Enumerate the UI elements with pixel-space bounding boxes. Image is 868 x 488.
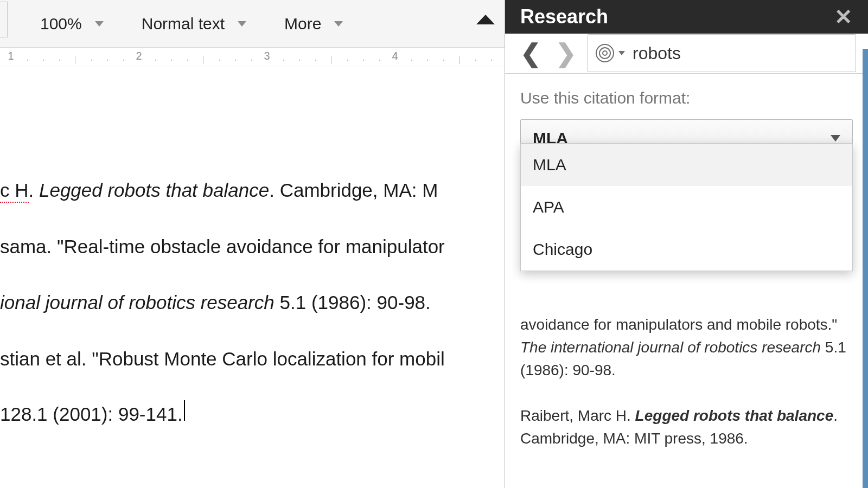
ruler-tick <box>299 60 300 61</box>
ruler-tick <box>203 56 203 64</box>
ruler-tick <box>27 60 28 61</box>
ruler-tick <box>251 60 252 61</box>
ruler-tick <box>443 60 444 61</box>
more-label: More <box>284 15 321 33</box>
citation-format-menu: MLAAPAChicago <box>520 143 853 271</box>
text-run: . Cambridge, MA: M <box>269 179 438 201</box>
ruler-tick <box>459 56 459 64</box>
ruler-tick <box>123 60 124 61</box>
text-run: stian et al. "Robust Monte Carlo localiz… <box>0 348 445 369</box>
ruler-tick <box>363 60 364 61</box>
forward-button[interactable]: ❯ <box>552 38 580 68</box>
citation-option-chicago[interactable]: Chicago <box>521 228 852 271</box>
doc-line[interactable]: stian et al. "Robust Monte Carlo localiz… <box>0 344 505 374</box>
ruler-tick <box>475 60 476 61</box>
ruler-tick <box>91 60 92 61</box>
search-query: robots <box>633 43 681 63</box>
text-run: Legged robots that balance <box>635 407 834 424</box>
paragraph-style-value: Normal text <box>142 15 225 33</box>
ruler-tick <box>219 60 220 61</box>
ruler-number: 1 <box>8 50 14 62</box>
ruler-tick <box>491 60 492 61</box>
formatting-toolbar: 100% Normal text More <box>0 0 505 48</box>
research-header: Research ✕ <box>505 0 868 34</box>
result-item[interactable]: avoidance for manipulators and mobile ro… <box>520 313 853 382</box>
ruler-tick <box>155 60 156 61</box>
zoom-value: 100% <box>40 15 82 33</box>
ruler-tick <box>235 60 236 61</box>
toolbar-edge-button[interactable] <box>0 2 8 37</box>
ruler-number: 2 <box>136 50 142 62</box>
text-run: Legged robots that balance <box>39 179 269 201</box>
ruler-tick <box>43 60 44 61</box>
chevron-down-icon <box>95 21 104 27</box>
ruler-tick <box>59 60 60 61</box>
ruler-tick <box>315 60 316 61</box>
research-search-input[interactable]: robots <box>588 34 856 72</box>
ruler-number: 4 <box>392 50 398 62</box>
paragraph-style-dropdown[interactable]: Normal text <box>142 15 246 33</box>
text-run: ional journal of robotics research <box>0 292 275 313</box>
ruler-tick <box>75 56 75 64</box>
ruler-tick <box>427 60 428 61</box>
citation-option-mla[interactable]: MLA <box>521 144 852 186</box>
citation-format-label: Use this citation format: <box>520 89 853 107</box>
close-icon[interactable]: ✕ <box>834 6 853 28</box>
home-icon[interactable] <box>476 16 495 32</box>
text-run: 5.1 (1986): 90-98. <box>275 292 431 313</box>
text-run: The international journal of robotics re… <box>520 339 821 356</box>
ruler-tick <box>411 60 412 61</box>
chevron-down-icon <box>238 21 246 27</box>
text-run: 128.1 (2001): 99-141. <box>0 403 183 425</box>
doc-line[interactable]: ional journal of robotics research 5.1 (… <box>0 288 505 317</box>
ruler-tick <box>331 56 331 64</box>
ruler-tick <box>171 60 172 61</box>
text-run: c H <box>0 179 29 203</box>
ruler-tick <box>107 60 108 61</box>
research-nav: ❮ ❯ robots <box>505 34 868 74</box>
text-cursor <box>184 400 185 421</box>
back-button[interactable]: ❮ <box>517 38 545 68</box>
scholar-icon <box>596 44 614 62</box>
ruler-tick <box>379 60 380 61</box>
search-type-dropdown-icon[interactable] <box>618 51 625 55</box>
result-item[interactable]: Raibert, Marc H. Legged robots that bala… <box>520 404 853 450</box>
text-run: . <box>29 179 39 201</box>
research-results: avoidance for manipulators and mobile ro… <box>505 298 868 488</box>
more-dropdown[interactable]: More <box>284 15 343 33</box>
text-run: sama. "Real-time obstacle avoidance for … <box>0 236 445 257</box>
doc-line[interactable]: sama. "Real-time obstacle avoidance for … <box>0 232 505 261</box>
chevron-down-icon <box>334 21 343 27</box>
ruler-tick <box>283 60 284 61</box>
zoom-dropdown[interactable]: 100% <box>40 15 104 33</box>
citation-option-apa[interactable]: APA <box>521 186 852 228</box>
research-sidebar: Research ✕ ❮ ❯ robots Use this citation … <box>505 0 868 488</box>
ruler-tick <box>187 60 188 61</box>
doc-line[interactable]: c H. Legged robots that balance. Cambrid… <box>0 176 505 205</box>
text-run: avoidance for manipulators and mobile ro… <box>520 316 837 333</box>
horizontal-ruler[interactable]: 1234 <box>0 48 505 67</box>
text-run: Raibert, Marc H. <box>520 407 635 424</box>
research-title: Research <box>520 5 608 28</box>
chevron-down-icon <box>831 135 840 142</box>
document-page[interactable]: c H. Legged robots that balance. Cambrid… <box>0 67 505 488</box>
ruler-tick <box>347 60 348 61</box>
doc-line[interactable]: 128.1 (2001): 99-141. <box>0 400 505 429</box>
ruler-number: 3 <box>264 50 270 62</box>
